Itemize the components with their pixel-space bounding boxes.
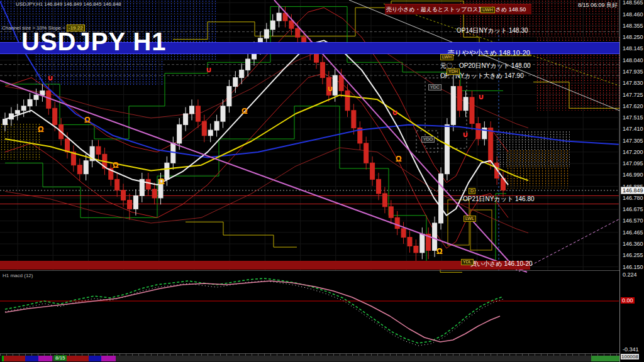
candle-body [221, 106, 225, 121]
buy-zone-band-14610-20 [0, 261, 530, 270]
axis-corner-box: 100008 [621, 354, 639, 359]
candle-body [370, 163, 375, 179]
macd-zero-box: 0.00 [621, 297, 635, 304]
u-signal-icon: ∪ [478, 92, 484, 101]
price-axis-label: 148.460 [623, 11, 643, 18]
omega-signal-icon: Ω [158, 177, 165, 186]
candle-body [214, 121, 219, 130]
candle-body [84, 161, 88, 174]
candle-body [489, 128, 493, 163]
trendline [0, 80, 527, 272]
candle-body [65, 139, 70, 152]
candle-body [196, 106, 200, 121]
price-axis-label: 148.250 [623, 34, 643, 40]
annotation-buy-small-14610-20: 買い小さめ 146.10-20 [470, 260, 533, 268]
candle-body [433, 223, 437, 251]
candle-body [240, 70, 244, 77]
price-axis-label: 147.935 [623, 69, 643, 75]
timeline-date-badge: 8/15 [54, 355, 67, 361]
price-axis-label: 147.200 [623, 149, 643, 155]
annotation-op14-ny-cut-14830: OP14日NYカット 148.30 [457, 26, 528, 35]
price-axis-label: 147.305 [623, 138, 643, 144]
candle-body [34, 95, 38, 99]
session-segment [101, 356, 116, 361]
pivot-chip-ydo: YDO [421, 136, 435, 143]
u-signal-icon: ∪ [392, 108, 398, 117]
candle-body [364, 143, 369, 163]
candle-body [246, 59, 250, 70]
candle-body [439, 174, 443, 223]
u-signal-icon: ∪ [462, 130, 469, 139]
price-axis-label: 146.990 [623, 172, 643, 178]
candle-body [289, 21, 294, 28]
symbol-ohlc-info: USDJPY,H1 146.849 146.849 146.845 146.84… [16, 1, 121, 7]
candle-body [420, 234, 425, 253]
trading-chart-window: USDJPY,H1 146.849 146.849 146.845 146.84… [0, 0, 644, 362]
candle-body [177, 124, 182, 143]
u-signal-icon: ∪ [327, 84, 333, 93]
channel-slope-value: -19.22 [67, 25, 85, 31]
macd-indicator-label: H1 macd (12) [3, 273, 33, 278]
price-axis-label: 146.570 [623, 217, 643, 224]
pivot-chip-lwh: LWH [440, 54, 453, 60]
price-axis-label: 146.675 [623, 206, 643, 212]
candle-body [47, 90, 51, 108]
price-axis-label: 146.780 [623, 195, 643, 201]
session-segment [67, 356, 89, 361]
omega-signal-icon: Ω [436, 247, 443, 256]
session-segment [116, 356, 591, 361]
session-timeline-bar[interactable]: 8/15 [0, 354, 619, 362]
candle-body [96, 146, 101, 154]
candle-body [202, 121, 206, 136]
candle-body [445, 124, 449, 173]
pivot-chip-d: D [469, 188, 475, 194]
candle-body [208, 130, 213, 136]
macd-axis-top: 0.224 [623, 272, 637, 278]
omega-signal-icon: Ω [242, 107, 248, 116]
price-axis[interactable]: 148.565148.460148.355148.250148.145148.0… [619, 0, 644, 362]
candle-body [264, 30, 269, 38]
candle-body [382, 194, 387, 207]
macd-white-dotted [5, 281, 503, 346]
chart-datetime-status: 8/15 06:09 良好 [578, 1, 618, 9]
session-segment [25, 356, 38, 361]
macd-main-line [5, 281, 500, 342]
price-axis-label: 148.355 [623, 23, 643, 29]
candle-body [21, 106, 26, 111]
omega-signal-icon: Ω [38, 125, 44, 134]
price-axis-label: 148.040 [623, 57, 643, 63]
candle-body [451, 86, 455, 124]
candle-body [152, 189, 157, 198]
channel-info-text: Channel size = 10% Slope = [2, 25, 65, 31]
candle-body [464, 97, 468, 111]
price-axis-label: 148.565 [623, 0, 643, 6]
current-price-box: 146.849 [621, 187, 644, 194]
candle-body [227, 86, 231, 106]
candle-body [133, 195, 138, 209]
u-signal-icon: ∪ [206, 65, 212, 74]
pivot-chip-ydc: YDC [428, 84, 441, 90]
omega-signal-icon: Ω [396, 155, 402, 163]
candle-body [277, 13, 281, 21]
candle-body [470, 97, 474, 124]
annotation-sell-14810-20: 売りやや小さめ 148.10-20 [448, 48, 530, 58]
price-axis-label: 146.150 [623, 264, 643, 270]
price-axis-label: 147.410 [623, 126, 643, 132]
symbol-watermark: USDJPY H1 [21, 28, 167, 56]
candle-body [53, 108, 57, 124]
pivot-chip-ydh: YDH [447, 69, 460, 75]
price-axis-label: 146.465 [623, 229, 643, 236]
annotation-sell-small-14850: 売り小さめ・超えるとストップロス買い小さめ 148.50 [386, 6, 526, 14]
candle-body [333, 75, 337, 95]
macd-axis-bottom: -0.341 [623, 346, 639, 353]
candle-body [3, 119, 8, 125]
candle-body [40, 90, 45, 95]
session-segment [38, 356, 52, 361]
candle-body [28, 99, 32, 106]
candle-body [320, 62, 325, 77]
annotation-op21-ny-cut-14680: OP21日NYカット 146.80 [463, 195, 535, 204]
price-axis-label: 147.620 [623, 103, 643, 109]
candle-body [128, 200, 132, 209]
candle-body [190, 106, 194, 114]
yellow-step-right-line [533, 82, 619, 109]
